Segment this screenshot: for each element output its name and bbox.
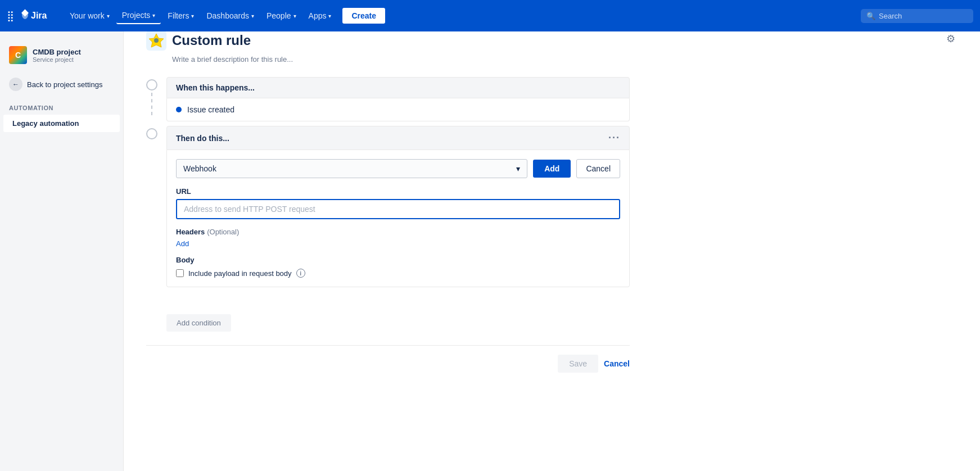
chevron-down-icon: ▾ — [251, 13, 254, 19]
chevron-down-icon: ▾ — [293, 13, 296, 19]
then-menu-icon[interactable]: ··· — [608, 132, 620, 144]
nav-apps[interactable]: Apps ▾ — [303, 8, 337, 24]
page-description[interactable]: Write a brief description for this rule.… — [172, 55, 958, 64]
include-payload-row: Include payload in request body i — [176, 269, 620, 278]
chevron-down-icon: ▾ — [107, 13, 110, 19]
url-field-group: URL — [176, 187, 620, 219]
footer-buttons: Save Cancel — [146, 346, 630, 373]
rule-icon — [146, 30, 166, 51]
sidebar-item-legacy-automation[interactable]: Legacy automation — [3, 115, 120, 132]
nav-people[interactable]: People ▾ — [261, 8, 302, 24]
select-chevron-down-icon: ▾ — [516, 164, 520, 173]
back-icon: ← — [9, 78, 22, 91]
search-bar[interactable]: 🔍 Search — [861, 9, 973, 23]
settings-gear-icon[interactable]: ⚙ — [944, 30, 958, 47]
nav-dashboards[interactable]: Dashboards ▾ — [201, 8, 260, 24]
when-block: When this happens... Issue created — [166, 77, 630, 121]
create-button[interactable]: Create — [342, 8, 385, 24]
svg-point-3 — [154, 38, 159, 43]
project-type: Service project — [33, 56, 81, 63]
add-condition-button[interactable]: Add condition — [166, 314, 231, 332]
nav-your-work[interactable]: Your work ▾ — [64, 8, 115, 24]
nav-projects[interactable]: Projects ▾ — [116, 7, 161, 24]
then-node-circle — [146, 128, 157, 139]
when-trigger[interactable]: Issue created — [166, 98, 630, 121]
webhook-add-button[interactable]: Add — [533, 160, 571, 178]
then-header: Then do this... ··· — [166, 126, 630, 150]
webhook-select-row: Webhook ▾ Add Cancel — [176, 159, 620, 178]
chevron-down-icon: ▾ — [152, 12, 155, 19]
page-title: Custom rule — [172, 33, 251, 48]
grid-icon[interactable]: ⣿ — [7, 10, 14, 22]
include-payload-checkbox[interactable] — [176, 269, 184, 277]
info-icon[interactable]: i — [296, 269, 305, 278]
webhook-form: Webhook ▾ Add Cancel URL Headers — [166, 150, 630, 287]
url-label: URL — [176, 187, 620, 196]
sidebar: C CMDB project Service project ← Back to… — [0, 31, 124, 386]
jira-logo[interactable]: Jira — [19, 8, 55, 24]
then-section: Then do this... ··· Webhook ▾ Add Cancel — [146, 126, 630, 287]
nav-items: Your work ▾ Projects ▾ Filters ▾ Dashboa… — [64, 7, 861, 24]
search-icon: 🔍 — [866, 12, 875, 20]
main-content: Projects / CMDB project / Project settin… — [124, 0, 980, 386]
page-header: Custom rule ⚙ — [146, 30, 958, 51]
sidebar-section-automation: AUTOMATION — [0, 96, 123, 115]
when-node-circle — [146, 79, 157, 90]
webhook-cancel-button[interactable]: Cancel — [576, 159, 620, 178]
project-header: C CMDB project Service project — [0, 40, 123, 73]
webhook-type-select[interactable]: Webhook ▾ — [176, 159, 527, 178]
trigger-label: Issue created — [187, 105, 234, 114]
chevron-down-icon: ▾ — [191, 13, 194, 19]
body-label: Body — [176, 256, 620, 264]
then-block: Then do this... ··· Webhook ▾ Add Cancel — [166, 126, 630, 287]
chevron-down-icon: ▾ — [328, 13, 331, 19]
trigger-dot — [176, 107, 182, 112]
project-name: CMDB project — [33, 48, 81, 56]
back-to-project-settings[interactable]: ← Back to project settings — [0, 73, 123, 96]
headers-label: Headers — [176, 228, 205, 236]
top-navigation: ⣿ Jira Your work ▾ Projects ▾ Filters ▾ … — [0, 0, 980, 31]
project-icon: C — [9, 46, 27, 64]
save-button[interactable]: Save — [558, 355, 598, 373]
cancel-footer-button[interactable]: Cancel — [604, 355, 630, 373]
webhook-type-label: Webhook — [183, 164, 216, 173]
svg-text:Jira: Jira — [31, 11, 47, 20]
add-condition-container: Add condition — [166, 301, 630, 332]
headers-field-group: Headers (Optional) Add — [176, 227, 620, 248]
connector-line — [151, 93, 152, 115]
body-section: Body Include payload in request body i — [176, 256, 620, 278]
when-header: When this happens... — [166, 77, 630, 98]
include-payload-label: Include payload in request body — [188, 269, 292, 278]
headers-add-link[interactable]: Add — [176, 239, 620, 248]
url-input[interactable] — [176, 199, 620, 219]
nav-filters[interactable]: Filters ▾ — [162, 8, 200, 24]
automation-flow: When this happens... Issue created Then … — [146, 77, 630, 373]
headers-optional-text: (Optional) — [207, 228, 239, 236]
when-section: When this happens... Issue created — [146, 77, 630, 126]
